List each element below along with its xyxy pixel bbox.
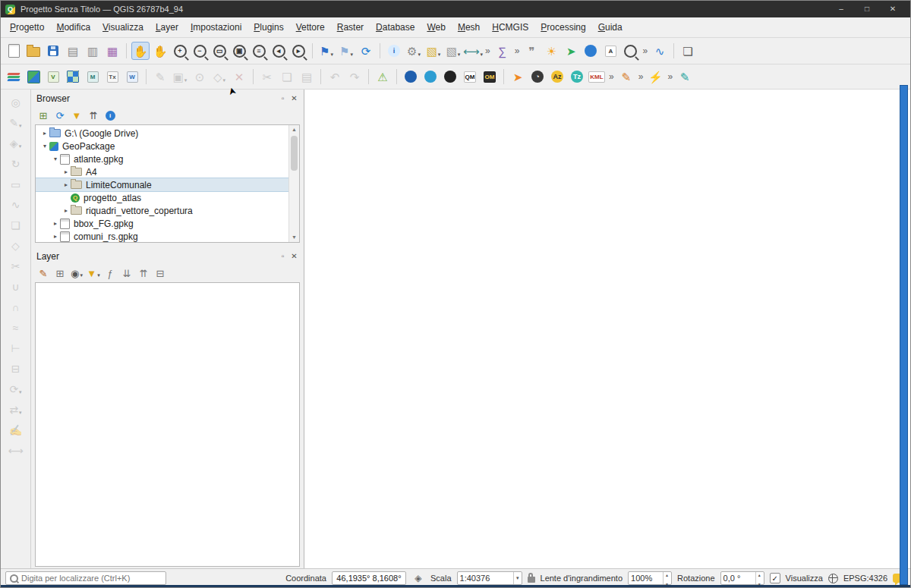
remove-layer-icon[interactable]: ⊟ xyxy=(153,266,168,281)
temporal-clock-icon[interactable]: ◔ xyxy=(528,68,547,86)
map-canvas[interactable] xyxy=(304,90,910,568)
manage-themes-icon[interactable]: ◉▾ xyxy=(69,266,84,281)
browser-item-bbox-fg-gpkg[interactable]: ▸bbox_FG.gpkg xyxy=(36,217,288,230)
new-project-icon[interactable] xyxy=(5,42,23,60)
new-bookmark-icon[interactable]: ⚑▾ xyxy=(317,42,336,60)
add-delimited-text-icon[interactable]: Tx xyxy=(103,68,121,86)
browser-item-progetto-atlas[interactable]: Qprogetto_atlas xyxy=(36,191,288,204)
openmaps-icon[interactable]: OM xyxy=(481,68,499,86)
rotation-spinbox[interactable]: 0,0 ° xyxy=(720,571,764,585)
pan-to-selection-icon[interactable]: ✋ xyxy=(151,42,169,60)
menu-hcmgis[interactable]: HCMGIS xyxy=(486,20,534,35)
expand-arrow-icon[interactable]: ▸ xyxy=(51,220,60,227)
search-web-plugin-icon[interactable] xyxy=(402,68,420,86)
menu-plugins[interactable]: Plugins xyxy=(247,20,289,35)
browser-float-panel-icon[interactable]: ▫ xyxy=(277,93,288,105)
crs-status-button[interactable]: EPSG:4326 xyxy=(843,574,887,583)
maximize-button[interactable]: □ xyxy=(854,1,880,17)
kml-tools-icon[interactable]: KML xyxy=(588,68,606,86)
step-up-icon[interactable] xyxy=(665,569,669,578)
expand-arrow-icon[interactable]: ▸ xyxy=(61,181,71,188)
statistical-summary-icon[interactable]: ∑ xyxy=(493,42,512,60)
style-manager-icon[interactable]: ▦ xyxy=(103,42,121,60)
toolbar-overflow-icon[interactable]: » xyxy=(515,46,520,56)
menu-vettore[interactable]: Vettore xyxy=(290,20,331,35)
magnifier-steppers[interactable] xyxy=(663,572,669,584)
tz-plugin-icon[interactable]: Tz xyxy=(568,68,586,86)
expand-arrow-icon[interactable]: ▸ xyxy=(61,168,71,175)
render-checkbox[interactable] xyxy=(770,573,780,583)
menu-layer[interactable]: Layer xyxy=(150,20,184,35)
menu-modifica[interactable]: Modifica xyxy=(50,20,96,35)
close-button[interactable]: ✕ xyxy=(880,1,906,17)
add-wms-layer-icon[interactable]: W xyxy=(123,68,141,86)
expand-arrow-icon[interactable]: ▸ xyxy=(40,130,49,137)
menu-database[interactable]: Database xyxy=(370,20,421,35)
scale-combobox[interactable]: 1:40376 xyxy=(457,571,522,585)
collapse-arrow-icon[interactable]: ▾ xyxy=(40,143,49,149)
add-raster-layer-icon[interactable] xyxy=(64,68,82,86)
filter-browser-icon[interactable]: ▼ xyxy=(69,108,84,123)
browser-item-riquadri-vettore-copertura[interactable]: ▸riquadri_vettore_copertura xyxy=(36,204,288,217)
browser-item-comuni-rs-gpkg[interactable]: ▸comuni_rs.gpkg xyxy=(36,230,288,242)
zoom-next-icon[interactable]: ▸ xyxy=(289,42,307,60)
menu-impostazioni[interactable]: Impostazioni xyxy=(184,20,247,35)
quickmapservices-icon[interactable]: QM xyxy=(461,68,479,86)
zoom-to-selection-icon[interactable]: ▣ xyxy=(230,42,248,60)
scrollbar-thumb[interactable] xyxy=(291,136,298,171)
toolbar-overflow-icon[interactable]: » xyxy=(642,46,648,56)
menu-web[interactable]: Web xyxy=(421,20,451,35)
new-geopackage-icon[interactable] xyxy=(24,68,43,86)
scrollbar-track[interactable] xyxy=(289,134,299,233)
globe-plugin-icon[interactable] xyxy=(421,68,440,86)
browser-item-g-google-drive[interactable]: ▸G:\ (Google Drive) xyxy=(36,127,288,140)
filter-expression-icon[interactable]: ƒ xyxy=(102,266,118,281)
open-project-icon[interactable] xyxy=(24,42,43,60)
browser-scrollbar[interactable] xyxy=(288,125,299,242)
sketch-plugin-icon[interactable]: ✎ xyxy=(617,68,635,86)
toggle-extents-button[interactable]: ◈ xyxy=(411,571,425,585)
scroll-up-icon[interactable] xyxy=(292,125,297,134)
save-project-icon[interactable] xyxy=(44,42,62,60)
collapse-all-icon[interactable]: ⇈ xyxy=(86,108,101,123)
collapse-all-layers-icon[interactable]: ⇈ xyxy=(136,266,151,281)
scale-dropdown-icon[interactable] xyxy=(513,572,519,584)
add-vector-layer-icon[interactable]: V xyxy=(44,68,62,86)
zoom-in-icon[interactable]: + xyxy=(171,42,189,60)
share-plugin-icon[interactable]: ➤ xyxy=(562,42,580,60)
browser-item-atlante-gpkg[interactable]: ▾atlante.gpkg xyxy=(36,153,288,165)
add-group-icon[interactable]: ⊞ xyxy=(52,266,68,281)
menu-progetto[interactable]: Progetto xyxy=(4,20,50,35)
feature-action-icon[interactable]: ⚙▾ xyxy=(405,42,423,60)
new-print-layout-icon[interactable]: ▤ xyxy=(64,42,82,60)
magnifier-spinbox[interactable]: 100% xyxy=(628,571,672,585)
menu-processing[interactable]: Processing xyxy=(534,20,591,35)
menu-guida[interactable]: Guida xyxy=(592,20,629,35)
show-bookmarks-icon[interactable]: ⚑▾ xyxy=(337,42,355,60)
data-source-manager-icon[interactable] xyxy=(5,68,23,86)
browser-item-limitecomunale[interactable]: ▸LimiteComunale xyxy=(36,178,288,191)
pan-map-icon[interactable]: ✋ xyxy=(131,42,150,60)
menu-visualizza[interactable]: Visualizza xyxy=(96,20,150,35)
layer-list-empty[interactable] xyxy=(35,282,300,567)
text-search-plugin-icon[interactable]: A xyxy=(601,42,619,60)
browser-close-panel-icon[interactable]: ✕ xyxy=(288,93,300,105)
step-up-icon[interactable] xyxy=(758,569,761,578)
menu-raster[interactable]: Raster xyxy=(331,20,370,35)
scroll-down-icon[interactable] xyxy=(292,233,297,242)
az-plugin-icon[interactable]: Az xyxy=(548,68,566,86)
layer-float-panel-icon[interactable]: ▫ xyxy=(277,251,288,263)
minimize-button[interactable]: – xyxy=(828,1,854,17)
orange-arrow-plugin-icon[interactable]: ➤ xyxy=(509,68,527,86)
binoculars-plugin-icon[interactable] xyxy=(441,68,459,86)
sun-plugin-icon[interactable]: ☀ xyxy=(542,42,560,60)
locator-magnifier-icon[interactable] xyxy=(621,42,639,60)
layout-manager-icon[interactable]: ▥ xyxy=(84,42,102,60)
expand-arrow-icon[interactable]: ▸ xyxy=(61,207,71,214)
properties-widget-icon[interactable]: i xyxy=(102,108,118,123)
refresh-browser-icon[interactable]: ⟳ xyxy=(52,108,68,123)
zoom-out-icon[interactable]: − xyxy=(191,42,209,60)
locator-search-input[interactable] xyxy=(5,571,166,585)
coordinate-input[interactable] xyxy=(332,571,406,585)
expand-arrow-icon[interactable]: ▸ xyxy=(51,233,60,240)
